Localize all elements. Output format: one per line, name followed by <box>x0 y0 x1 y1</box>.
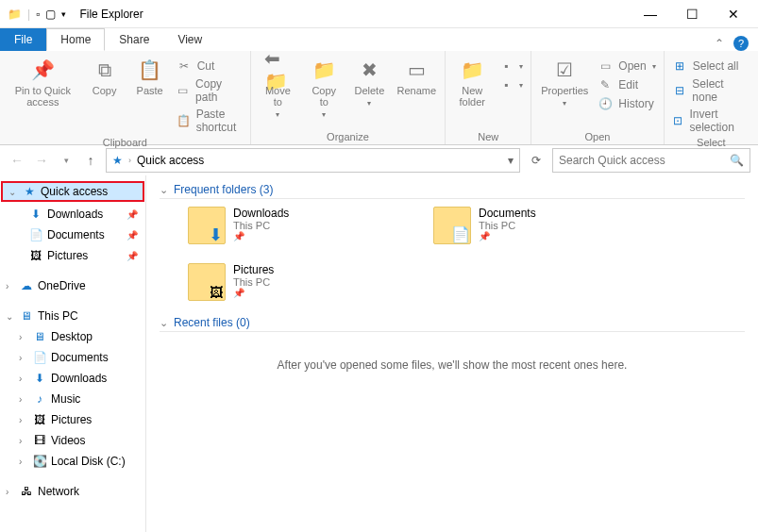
pin-icon: 📌 <box>233 231 289 241</box>
selectnone-button[interactable]: ⊟Select none <box>668 75 754 106</box>
chevron-down-icon[interactable]: ⌄ <box>8 187 18 197</box>
sidebar-label: Downloads <box>51 372 107 385</box>
sidebar-item-pictures[interactable]: 🖼Pictures📌 <box>0 245 145 266</box>
folder-item[interactable]: PicturesThis PC📌 <box>188 263 405 301</box>
easyaccess-button[interactable]: ▪▾ <box>495 75 527 94</box>
sidebar-label: Network <box>38 485 79 498</box>
sidebar-label: Desktop <box>51 330 93 343</box>
paste-button[interactable]: 📋Paste <box>127 53 173 100</box>
chevron-right-icon[interactable]: › <box>19 457 28 467</box>
pasteshortcut-button[interactable]: 📋Paste shortcut <box>173 106 246 136</box>
sidebar-item-onedrive[interactable]: ›☁OneDrive <box>0 275 145 296</box>
music-icon: ♪ <box>32 392 47 406</box>
forward-button[interactable]: → <box>32 151 51 170</box>
chevron-right-icon[interactable]: › <box>19 415 28 425</box>
folder-item[interactable]: DocumentsThis PC📌 <box>433 207 650 244</box>
search-icon[interactable]: 🔍 <box>730 154 744 167</box>
copy-icon: ⧉ <box>92 57 118 83</box>
qat-newfolder-icon[interactable]: ▢ <box>45 8 56 21</box>
chevron-right-icon[interactable]: › <box>6 281 15 291</box>
search-input[interactable] <box>559 154 730 167</box>
sidebar-item-documents2[interactable]: ›📄Documents <box>0 347 145 368</box>
recent-locations-button[interactable]: ▾ <box>57 151 76 170</box>
sidebar-label: Pictures <box>51 413 92 426</box>
sidebar-item-pictures2[interactable]: ›🖼Pictures <box>0 409 145 430</box>
copypath-button[interactable]: ▭Copy path <box>173 75 246 106</box>
pin-icon: 📌 <box>126 230 138 241</box>
explorer-icon: 📁 <box>8 8 22 21</box>
recent-files-header[interactable]: ⌄Recent files (0) <box>160 316 745 332</box>
easyaccess-icon: ▪ <box>498 77 514 92</box>
tab-home[interactable]: Home <box>46 28 105 51</box>
onedrive-icon: ☁ <box>19 279 34 292</box>
window-title: File Explorer <box>79 8 143 21</box>
sidebar-item-documents[interactable]: 📄Documents📌 <box>0 224 145 245</box>
sidebar-item-quickaccess[interactable]: ⌄★Quick access <box>1 181 144 202</box>
chevron-down-icon[interactable]: ⌄ <box>6 311 15 322</box>
maximize-button[interactable]: ☐ <box>682 5 701 24</box>
qat-divider: | <box>27 8 30 21</box>
minimize-button[interactable]: — <box>641 5 660 24</box>
sidebar-item-downloads[interactable]: ⬇Downloads📌 <box>0 204 145 224</box>
group-open-label: Open <box>535 130 660 144</box>
history-icon: 🕘 <box>598 96 613 111</box>
folder-sublabel: This PC <box>233 220 289 231</box>
help-icon[interactable]: ? <box>733 36 749 51</box>
properties-button[interactable]: ☑Properties▾ <box>535 53 594 113</box>
pin-icon: 📌 <box>126 209 138 220</box>
collapse-ribbon-icon[interactable]: ⌃ <box>715 37 724 50</box>
sidebar-item-desktop[interactable]: ›🖥Desktop <box>0 326 145 347</box>
address-bar[interactable]: ★ › Quick access ▾ <box>106 148 520 173</box>
search-box[interactable]: 🔍 <box>552 148 750 173</box>
copyto-button[interactable]: 📁Copy to▾ <box>301 53 346 125</box>
cut-button[interactable]: ✂Cut <box>173 57 246 75</box>
newitem-button[interactable]: ▪▾ <box>495 57 527 75</box>
delete-button[interactable]: ✖Delete▾ <box>346 53 392 113</box>
sidebar-label: Videos <box>51 434 85 447</box>
pin-quickaccess-button[interactable]: 📌Pin to Quick access <box>4 53 82 111</box>
edit-button[interactable]: ✎Edit <box>594 75 659 94</box>
copy-button[interactable]: ⧉Copy <box>82 53 127 100</box>
invertselection-button[interactable]: ⊡Invert selection <box>668 106 754 136</box>
sidebar-label: Documents <box>47 228 105 241</box>
folder-name: Documents <box>479 207 536 220</box>
sidebar-item-music[interactable]: ›♪Music <box>0 389 145 409</box>
rename-button[interactable]: ▭Rename <box>392 53 441 100</box>
invert-icon: ⊡ <box>672 113 684 128</box>
folder-item[interactable]: DownloadsThis PC📌 <box>188 207 405 244</box>
up-button[interactable]: ↑ <box>81 151 100 170</box>
chevron-right-icon[interactable]: › <box>19 436 28 446</box>
address-dropdown-icon[interactable]: ▾ <box>508 154 514 167</box>
download-icon: ⬇ <box>32 372 47 385</box>
qat-dropdown-icon[interactable]: ▾ <box>61 9 66 19</box>
close-button[interactable]: ✕ <box>724 5 743 24</box>
chevron-right-icon[interactable]: › <box>19 394 28 405</box>
sidebar-item-localdisk[interactable]: ›💽Local Disk (C:) <box>0 451 145 472</box>
qat-properties-icon[interactable]: ▫ <box>36 8 40 21</box>
moveto-button[interactable]: ⬅📁Move to▾ <box>255 53 301 125</box>
back-button[interactable]: ← <box>8 151 26 170</box>
chevron-right-icon[interactable]: › <box>19 374 28 384</box>
tab-file[interactable]: File <box>0 28 46 51</box>
tab-share[interactable]: Share <box>105 28 163 51</box>
sidebar-item-thispc[interactable]: ⌄🖥This PC <box>0 306 145 326</box>
chevron-right-icon[interactable]: › <box>6 487 15 497</box>
sidebar-label: Documents <box>51 351 109 364</box>
newfolder-button[interactable]: 📁New folder <box>449 53 495 111</box>
chevron-right-icon[interactable]: › <box>19 353 28 363</box>
pin-icon: 📌 <box>29 57 56 83</box>
sidebar-item-videos[interactable]: ›🎞Videos <box>0 430 145 451</box>
tab-view[interactable]: View <box>163 28 216 51</box>
titlebar: 📁 | ▫ ▢ ▾ File Explorer — ☐ ✕ <box>0 0 758 28</box>
refresh-button[interactable]: ⟳ <box>526 150 547 171</box>
sidebar-item-network[interactable]: ›🖧Network <box>0 481 145 502</box>
desktop-icon: 🖥 <box>32 330 47 343</box>
history-button[interactable]: 🕘History <box>594 94 659 113</box>
download-icon: ⬇ <box>28 208 43 221</box>
selectall-button[interactable]: ⊞Select all <box>668 57 754 75</box>
open-button[interactable]: ▭Open▾ <box>594 57 659 75</box>
chevron-right-icon[interactable]: › <box>19 332 28 342</box>
pictures-icon: 🖼 <box>32 413 47 426</box>
sidebar-item-downloads2[interactable]: ›⬇Downloads <box>0 368 145 389</box>
frequent-folders-header[interactable]: ⌄Frequent folders (3) <box>160 183 745 199</box>
